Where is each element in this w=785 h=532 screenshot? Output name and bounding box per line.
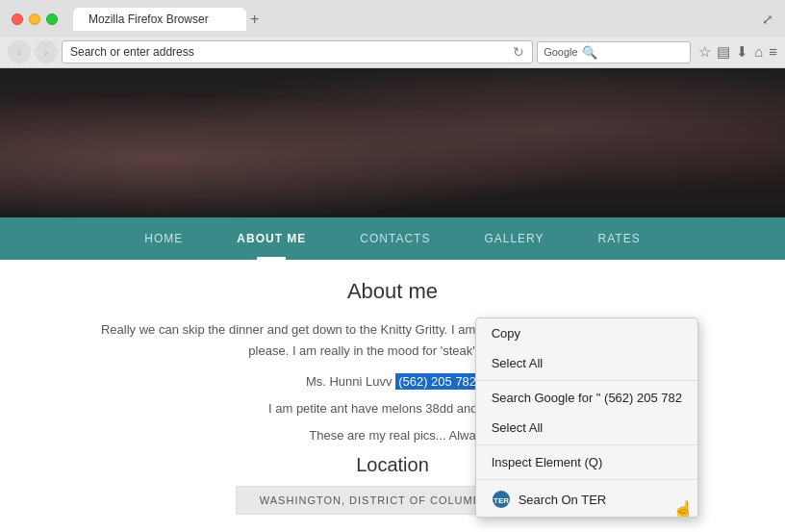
- svg-text:TER: TER: [494, 496, 509, 505]
- contact-name: Ms. Hunni Luvv: [306, 374, 392, 389]
- bookmark-icon[interactable]: ☆: [698, 43, 711, 61]
- context-menu: Copy Select All Search Google for " (562…: [475, 317, 698, 518]
- cursor-hand-icon: ☝: [672, 499, 694, 518]
- nav-rates[interactable]: RATES: [571, 217, 668, 260]
- expand-icon[interactable]: ⤢: [762, 12, 773, 27]
- site-nav: HOME ABOUT ME CONTACTS GALLERY RATES: [0, 217, 785, 260]
- nav-bar: ‹ › Search or enter address ↻ Google 🔍 ☆…: [0, 37, 785, 67]
- ctx-search-google[interactable]: Search Google for " (562) 205 782: [476, 383, 697, 413]
- ctx-inspect-label: Inspect Element (Q): [492, 455, 603, 469]
- page-title: About me: [19, 279, 766, 304]
- ctx-separator-2: [476, 444, 697, 445]
- download-icon[interactable]: ⬇: [736, 43, 748, 61]
- ctx-separator-3: [476, 479, 697, 480]
- ctx-copy[interactable]: Copy: [476, 318, 697, 348]
- tab-title: Mozilla Firefox Browser: [89, 13, 209, 26]
- reload-icon[interactable]: ↻: [513, 44, 524, 60]
- nav-gallery[interactable]: GALLERY: [457, 217, 570, 260]
- ctx-select-all-2-label: Select All: [492, 420, 543, 435]
- minimize-button[interactable]: [29, 13, 40, 25]
- home-icon[interactable]: ⌂: [754, 43, 763, 61]
- hero-banner: [0, 68, 785, 217]
- ctx-select-all-1[interactable]: Select All: [476, 348, 697, 378]
- bookmark-list-icon[interactable]: ▤: [717, 43, 730, 61]
- forward-button[interactable]: ›: [35, 40, 58, 63]
- maximize-button[interactable]: [46, 13, 58, 25]
- search-icon[interactable]: 🔍: [582, 45, 597, 60]
- ter-icon: TER: [492, 490, 511, 509]
- toolbar-icons: ☆ ▤ ⬇ ⌂ ≡: [698, 43, 777, 61]
- nav-home[interactable]: HOME: [117, 217, 210, 260]
- ctx-copy-label: Copy: [492, 326, 520, 341]
- close-button[interactable]: [12, 13, 23, 25]
- browser-tab[interactable]: Mozilla Firefox Browser: [73, 8, 246, 31]
- title-bar: Mozilla Firefox Browser + ⤢: [0, 0, 785, 37]
- nav-about-me[interactable]: ABOUT ME: [210, 217, 333, 260]
- ctx-select-all-1-label: Select All: [492, 356, 543, 370]
- ctx-search-ter[interactable]: TER Search On TER ☝: [476, 482, 697, 517]
- ctx-search-ter-label: Search On TER: [519, 493, 607, 507]
- ctx-inspect[interactable]: Inspect Element (Q): [476, 447, 697, 477]
- address-text: Search or enter address: [70, 45, 509, 59]
- phone-number[interactable]: (562) 205 782: [395, 373, 479, 390]
- new-tab-button[interactable]: +: [250, 11, 259, 28]
- menu-icon[interactable]: ≡: [769, 43, 777, 61]
- nav-contacts[interactable]: CONTACTS: [333, 217, 457, 260]
- back-button[interactable]: ‹: [8, 40, 31, 63]
- ctx-search-google-label: Search Google for " (562) 205 782: [492, 391, 682, 405]
- search-bar[interactable]: Google 🔍: [537, 41, 691, 63]
- search-engine-label: Google: [544, 46, 577, 58]
- address-bar[interactable]: Search or enter address ↻: [62, 40, 533, 63]
- ctx-separator-1: [476, 380, 697, 381]
- window-controls: [12, 13, 58, 25]
- hero-bg-image: [0, 68, 785, 217]
- browser-chrome: Mozilla Firefox Browser + ⤢ ‹ › Search o…: [0, 0, 785, 68]
- site-content: HOME ABOUT ME CONTACTS GALLERY RATES Abo…: [0, 68, 785, 532]
- main-content: About me Really we can skip the dinner a…: [0, 260, 785, 532]
- ctx-select-all-2[interactable]: Select All: [476, 413, 697, 443]
